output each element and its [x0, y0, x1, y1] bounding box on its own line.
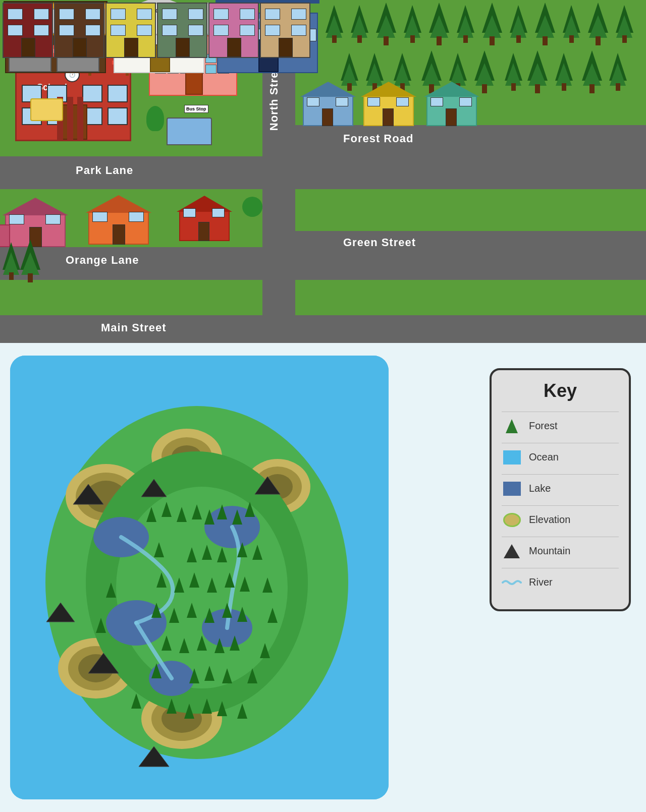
- townhouse-window: [85, 9, 100, 20]
- townhouse-5: [208, 3, 259, 58]
- townhouse-window: [111, 9, 126, 20]
- svg-rect-71: [9, 272, 14, 280]
- house-red: [179, 196, 230, 241]
- townhouse-window: [111, 25, 126, 36]
- key-label-mountain: Mountain: [529, 545, 570, 557]
- townhouse-window: [8, 9, 23, 20]
- pine-tree-icon: [454, 3, 477, 43]
- house-teal: [426, 83, 477, 126]
- river-icon: [502, 577, 522, 588]
- svg-rect-26: [543, 36, 548, 45]
- townhouse-window: [162, 9, 177, 20]
- townhouse-door: [176, 38, 190, 57]
- svg-rect-35: [622, 35, 627, 43]
- pine-tree-icon: [401, 3, 424, 43]
- forest-road-label: Forest Road: [343, 132, 413, 145]
- ocean-icon: [503, 450, 521, 465]
- forest-road-road: [273, 125, 646, 158]
- key-label-elevation: Elevation: [529, 514, 570, 526]
- townhouse-2: [54, 3, 104, 58]
- key-item-mountain: Mountain: [502, 542, 619, 560]
- townhouse-door: [124, 38, 138, 57]
- townhouse-3: [105, 3, 156, 58]
- svg-rect-8: [384, 36, 389, 45]
- pine-tree-icon: [502, 50, 525, 91]
- pine-tree-icon: [560, 3, 583, 43]
- key-item-ocean: Ocean: [502, 448, 619, 466]
- svg-rect-65: [589, 84, 595, 93]
- townhouse-row: [3, 3, 310, 58]
- townhouse-window: [291, 9, 306, 20]
- island-map-svg: [10, 356, 389, 799]
- townhouse-window: [291, 25, 306, 36]
- bus-stop-label: Bus Stop: [186, 106, 206, 111]
- house-yellow: [363, 83, 414, 126]
- townhouse-window: [265, 25, 280, 36]
- round-tree-school: [146, 106, 164, 131]
- bus-stop-sign: Bus Stop: [184, 105, 208, 113]
- key-symbol-elevation: [502, 511, 522, 529]
- svg-rect-20: [490, 36, 495, 45]
- main-street-road: [0, 315, 646, 343]
- city-map: Park Lane Orange Lane Main Street Forest…: [0, 0, 646, 343]
- pine-tree-icon: [532, 0, 558, 45]
- svg-rect-17: [463, 35, 468, 43]
- svg-rect-23: [516, 35, 521, 43]
- pine-tree-icon: [579, 48, 605, 93]
- townhouse-window: [137, 9, 152, 20]
- school-window: [107, 85, 128, 102]
- elevation-icon: [503, 513, 521, 527]
- round-tree: [242, 197, 262, 217]
- key-title: Key: [502, 380, 619, 401]
- key-item-river: River: [502, 573, 619, 591]
- townhouse-window: [188, 9, 203, 20]
- townhouse-6: [260, 3, 310, 58]
- townhouse-window: [213, 25, 229, 36]
- svg-rect-68: [616, 83, 620, 91]
- key-symbol-river: [502, 573, 522, 591]
- pine-tree-icon: [607, 50, 629, 91]
- key-label-river: River: [529, 576, 553, 588]
- pine-tree-icon: [348, 3, 371, 43]
- key-item-lake: Lake: [502, 480, 619, 497]
- pine-tree-icon: [613, 3, 636, 43]
- pine-tree-icon: [525, 48, 550, 93]
- townhouse-window: [85, 25, 100, 36]
- svg-rect-29: [569, 35, 574, 43]
- school-window: [82, 85, 102, 102]
- key-label-forest: Forest: [529, 420, 558, 432]
- school-door: [62, 104, 87, 140]
- townhouse-1: [3, 3, 53, 58]
- svg-rect-53: [482, 84, 487, 93]
- townhouse-window: [162, 25, 177, 36]
- townhouse-window: [213, 9, 229, 20]
- school-window: [107, 107, 128, 125]
- mountain-icon: [504, 544, 520, 558]
- pine-tree-icon: [479, 0, 505, 45]
- key-symbol-forest: [502, 417, 522, 435]
- house-blue: [303, 83, 353, 126]
- key-label-ocean: Ocean: [529, 451, 559, 463]
- svg-rect-59: [535, 84, 540, 93]
- map-container: [10, 356, 389, 799]
- bus-stop: Bus Stop: [167, 105, 212, 145]
- townhouse-window: [265, 9, 280, 20]
- svg-rect-74: [28, 273, 33, 282]
- townhouse-window: [188, 25, 203, 36]
- forest-tree-icon: [506, 419, 518, 433]
- pine-tree-icon: [507, 3, 530, 43]
- key-item-elevation: Elevation: [502, 511, 619, 529]
- pine-tree-icon: [323, 3, 346, 43]
- map-key: Key Forest Ocean Lake: [490, 368, 631, 611]
- green-street-label: Green Street: [343, 236, 416, 249]
- green-street-road: [273, 231, 646, 259]
- lake-icon: [503, 482, 521, 496]
- pine-tree-icon: [426, 0, 452, 45]
- townhouse-window: [137, 25, 152, 36]
- sandbox: [30, 98, 63, 121]
- svg-rect-11: [410, 35, 415, 43]
- svg-rect-5: [357, 35, 362, 43]
- key-label-lake: Lake: [529, 483, 551, 494]
- townhouse-door: [227, 38, 241, 57]
- pine-tree-icon: [553, 50, 575, 91]
